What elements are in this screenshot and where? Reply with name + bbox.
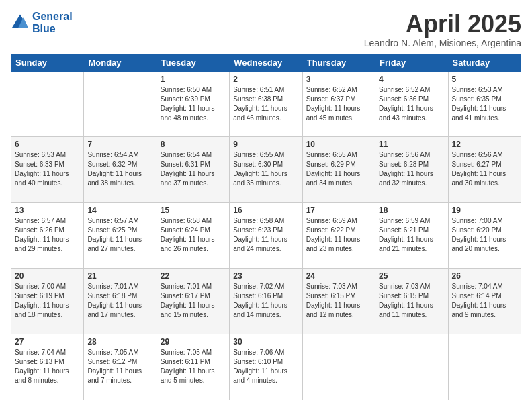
calendar-cell: 15 Sunrise: 6:58 AMSunset: 6:24 PMDaylig…	[157, 203, 229, 269]
calendar-cell: 27 Sunrise: 7:04 AMSunset: 6:13 PMDaylig…	[11, 334, 84, 400]
calendar-table: Sunday Monday Tuesday Wednesday Thursday…	[11, 54, 521, 400]
calendar-cell: 11 Sunrise: 6:56 AMSunset: 6:28 PMDaylig…	[375, 137, 448, 203]
day-info: Sunrise: 7:05 AMSunset: 6:12 PMDaylight:…	[87, 349, 142, 384]
day-info: Sunrise: 7:01 AMSunset: 6:18 PMDaylight:…	[87, 283, 142, 318]
day-number: 16	[233, 205, 298, 215]
day-info: Sunrise: 6:59 AMSunset: 6:22 PMDaylight:…	[306, 217, 361, 253]
day-number: 1	[161, 75, 226, 84]
day-number: 24	[306, 271, 371, 281]
calendar-cell: 19 Sunrise: 7:00 AMSunset: 6:20 PMDaylig…	[448, 203, 521, 269]
day-number: 21	[87, 271, 152, 281]
day-number: 10	[306, 140, 371, 149]
day-info: Sunrise: 6:58 AMSunset: 6:23 PMDaylight:…	[233, 217, 287, 253]
calendar-cell: 5 Sunrise: 6:53 AMSunset: 6:35 PMDayligh…	[448, 71, 521, 137]
calendar-cell: 3 Sunrise: 6:52 AMSunset: 6:37 PMDayligh…	[302, 71, 375, 137]
week-row-5: 27 Sunrise: 7:04 AMSunset: 6:13 PMDaylig…	[11, 334, 521, 400]
calendar-cell	[84, 71, 157, 137]
day-number: 5	[452, 75, 517, 84]
day-info: Sunrise: 6:53 AMSunset: 6:33 PMDaylight:…	[15, 151, 69, 187]
day-number: 8	[161, 140, 226, 149]
day-info: Sunrise: 7:03 AMSunset: 6:15 PMDaylight:…	[379, 283, 433, 318]
calendar-cell	[448, 334, 521, 400]
day-number: 3	[306, 75, 371, 84]
header-saturday: Saturday	[448, 54, 521, 71]
header: General Blue April 2025 Leandro N. Alem,…	[11, 11, 521, 48]
day-info: Sunrise: 7:02 AMSunset: 6:16 PMDaylight:…	[233, 283, 287, 318]
day-info: Sunrise: 6:58 AMSunset: 6:24 PMDaylight:…	[161, 217, 215, 253]
calendar-cell: 16 Sunrise: 6:58 AMSunset: 6:23 PMDaylig…	[230, 203, 302, 269]
header-thursday: Thursday	[302, 54, 375, 71]
title-section: April 2025 Leandro N. Alem, Misiones, Ar…	[364, 11, 521, 48]
day-info: Sunrise: 7:06 AMSunset: 6:10 PMDaylight:…	[233, 349, 287, 384]
day-number: 12	[452, 140, 517, 149]
day-info: Sunrise: 6:53 AMSunset: 6:35 PMDaylight:…	[452, 86, 506, 122]
calendar-cell: 22 Sunrise: 7:01 AMSunset: 6:17 PMDaylig…	[157, 269, 229, 334]
calendar-cell: 25 Sunrise: 7:03 AMSunset: 6:15 PMDaylig…	[375, 269, 448, 334]
calendar-cell: 6 Sunrise: 6:53 AMSunset: 6:33 PMDayligh…	[11, 137, 84, 203]
header-tuesday: Tuesday	[157, 54, 229, 71]
day-info: Sunrise: 6:55 AMSunset: 6:29 PMDaylight:…	[306, 151, 361, 187]
day-info: Sunrise: 6:50 AMSunset: 6:39 PMDaylight:…	[161, 86, 215, 122]
day-number: 29	[161, 337, 226, 347]
day-number: 18	[379, 205, 444, 215]
day-number: 27	[15, 337, 80, 347]
calendar-cell: 7 Sunrise: 6:54 AMSunset: 6:32 PMDayligh…	[84, 137, 157, 203]
day-number: 6	[15, 140, 80, 149]
day-number: 25	[379, 271, 444, 281]
day-number: 14	[87, 205, 152, 215]
day-info: Sunrise: 7:00 AMSunset: 6:20 PMDaylight:…	[452, 217, 506, 253]
day-info: Sunrise: 6:54 AMSunset: 6:31 PMDaylight:…	[161, 151, 215, 187]
day-number: 2	[233, 75, 298, 84]
day-info: Sunrise: 6:55 AMSunset: 6:30 PMDaylight:…	[233, 151, 287, 187]
week-row-4: 20 Sunrise: 7:00 AMSunset: 6:19 PMDaylig…	[11, 269, 521, 334]
day-number: 9	[233, 140, 298, 149]
day-number: 13	[15, 205, 80, 215]
header-friday: Friday	[375, 54, 448, 71]
calendar-cell: 4 Sunrise: 6:52 AMSunset: 6:36 PMDayligh…	[375, 71, 448, 137]
day-info: Sunrise: 7:04 AMSunset: 6:13 PMDaylight:…	[15, 349, 69, 384]
calendar-cell: 28 Sunrise: 7:05 AMSunset: 6:12 PMDaylig…	[84, 334, 157, 400]
calendar-cell: 20 Sunrise: 7:00 AMSunset: 6:19 PMDaylig…	[11, 269, 84, 334]
calendar-cell: 29 Sunrise: 7:05 AMSunset: 6:11 PMDaylig…	[157, 334, 229, 400]
calendar-cell	[302, 334, 375, 400]
calendar-cell: 21 Sunrise: 7:01 AMSunset: 6:18 PMDaylig…	[84, 269, 157, 334]
day-info: Sunrise: 6:51 AMSunset: 6:38 PMDaylight:…	[233, 86, 287, 122]
day-info: Sunrise: 6:59 AMSunset: 6:21 PMDaylight:…	[379, 217, 433, 253]
day-info: Sunrise: 6:56 AMSunset: 6:27 PMDaylight:…	[452, 151, 506, 187]
day-number: 20	[15, 271, 80, 281]
day-info: Sunrise: 7:03 AMSunset: 6:15 PMDaylight:…	[306, 283, 361, 318]
week-row-1: 1 Sunrise: 6:50 AMSunset: 6:39 PMDayligh…	[11, 71, 521, 137]
calendar-cell: 14 Sunrise: 6:57 AMSunset: 6:25 PMDaylig…	[84, 203, 157, 269]
day-info: Sunrise: 6:54 AMSunset: 6:32 PMDaylight:…	[87, 151, 142, 187]
page: General Blue April 2025 Leandro N. Alem,…	[0, 0, 532, 411]
week-row-3: 13 Sunrise: 6:57 AMSunset: 6:26 PMDaylig…	[11, 203, 521, 269]
day-number: 7	[87, 140, 152, 149]
day-number: 26	[452, 271, 517, 281]
calendar-cell: 30 Sunrise: 7:06 AMSunset: 6:10 PMDaylig…	[230, 334, 302, 400]
day-info: Sunrise: 6:57 AMSunset: 6:26 PMDaylight:…	[15, 217, 69, 253]
calendar-cell: 18 Sunrise: 6:59 AMSunset: 6:21 PMDaylig…	[375, 203, 448, 269]
main-title: April 2025	[364, 11, 521, 38]
calendar-cell: 2 Sunrise: 6:51 AMSunset: 6:38 PMDayligh…	[230, 71, 302, 137]
calendar-cell: 9 Sunrise: 6:55 AMSunset: 6:30 PMDayligh…	[230, 137, 302, 203]
day-number: 22	[161, 271, 226, 281]
day-number: 23	[233, 271, 298, 281]
calendar-cell: 10 Sunrise: 6:55 AMSunset: 6:29 PMDaylig…	[302, 137, 375, 203]
calendar-cell: 17 Sunrise: 6:59 AMSunset: 6:22 PMDaylig…	[302, 203, 375, 269]
day-number: 19	[452, 205, 517, 215]
subtitle: Leandro N. Alem, Misiones, Argentina	[364, 38, 521, 48]
calendar-cell	[375, 334, 448, 400]
day-info: Sunrise: 6:57 AMSunset: 6:25 PMDaylight:…	[87, 217, 142, 253]
day-info: Sunrise: 7:01 AMSunset: 6:17 PMDaylight:…	[161, 283, 215, 318]
day-info: Sunrise: 6:56 AMSunset: 6:28 PMDaylight:…	[379, 151, 433, 187]
week-row-2: 6 Sunrise: 6:53 AMSunset: 6:33 PMDayligh…	[11, 137, 521, 203]
calendar-cell	[11, 71, 84, 137]
calendar-cell: 1 Sunrise: 6:50 AMSunset: 6:39 PMDayligh…	[157, 71, 229, 137]
day-number: 30	[233, 337, 298, 347]
calendar-cell: 8 Sunrise: 6:54 AMSunset: 6:31 PMDayligh…	[157, 137, 229, 203]
day-number: 11	[379, 140, 444, 149]
day-info: Sunrise: 7:00 AMSunset: 6:19 PMDaylight:…	[15, 283, 69, 318]
calendar-cell: 13 Sunrise: 6:57 AMSunset: 6:26 PMDaylig…	[11, 203, 84, 269]
day-number: 15	[161, 205, 226, 215]
day-number: 17	[306, 205, 371, 215]
